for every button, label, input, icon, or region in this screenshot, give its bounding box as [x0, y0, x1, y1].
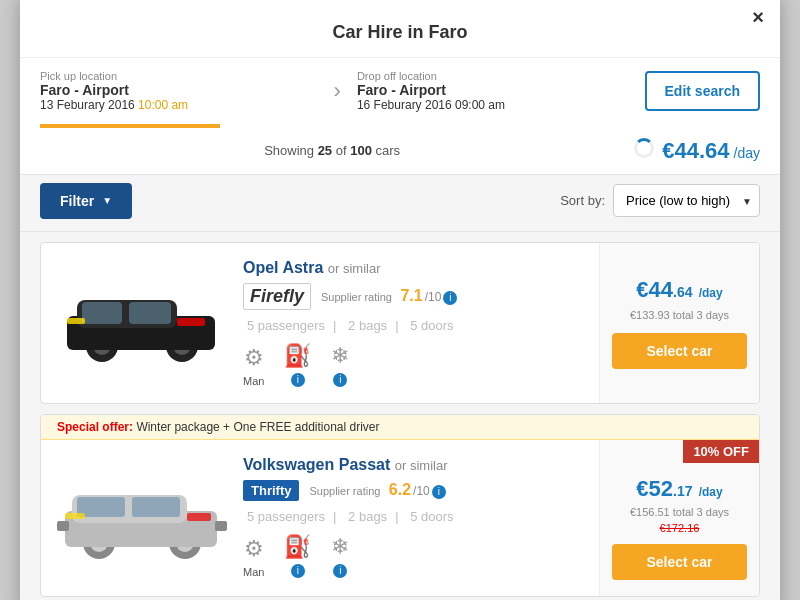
fuel-icon-2: ⛽ i: [284, 534, 311, 578]
ac-icon-1: ❄ i: [331, 343, 349, 387]
price-total-1: €133.93 total 3 days: [630, 309, 729, 321]
svg-rect-6: [82, 302, 122, 324]
pickup-block: Pick up location Faro - Airport 13 Febur…: [40, 70, 318, 112]
svg-rect-20: [57, 521, 69, 531]
car-card-1: Opel Astra or similar Firefly Supplier r…: [40, 242, 760, 404]
ac-info-icon-2[interactable]: i: [333, 564, 347, 578]
dropoff-datetime: 16 Feburary 2016 09:00 am: [357, 98, 635, 112]
rating-2: Supplier rating 6.2 /10 i: [309, 481, 445, 499]
car-content-2: Volkswagen Passat or similar Thrifty Sup…: [41, 440, 759, 596]
pickup-name: Faro - Airport: [40, 82, 318, 98]
sort-section: Sort by: Price (low to high): [560, 184, 760, 217]
price-panel-1: €44.64 /day €133.93 total 3 days Select …: [599, 243, 759, 403]
svg-rect-8: [177, 318, 205, 326]
svg-rect-18: [187, 513, 211, 521]
select-car-button-1[interactable]: Select car: [612, 333, 747, 369]
close-button[interactable]: ×: [752, 6, 764, 29]
controls-bar: Filter ▼ Sort by: Price (low to high): [20, 174, 780, 232]
car-main-1: Opel Astra or similar Firefly Supplier r…: [41, 243, 599, 403]
original-price-2: €172.16: [660, 522, 700, 534]
dropoff-label: Drop off location: [357, 70, 635, 82]
pickup-datetime: 13 Feburary 2016 10:00 am: [40, 98, 318, 112]
svg-rect-17: [132, 497, 180, 517]
fuel-icon-1: ⛽ i: [284, 343, 311, 387]
modal-title: Car Hire in Faro: [40, 10, 760, 57]
filter-arrow-icon: ▼: [102, 195, 112, 206]
car-features-1: 5 passengers| 2 bags| 5 doors: [243, 318, 583, 333]
modal-header: Car Hire in Faro ×: [20, 0, 780, 57]
transmission-icon-1: ⚙ Man: [243, 345, 264, 387]
price-panel-2: 10% OFF €52.17 /day €156.51 total 3 days…: [599, 440, 759, 596]
car-image-1: [57, 259, 227, 369]
min-price: €44.64 /day: [634, 138, 760, 164]
dropoff-name: Faro - Airport: [357, 82, 635, 98]
special-offer-bar: Special offer: Winter package + One FREE…: [41, 415, 759, 440]
arrow-icon: ›: [328, 78, 347, 104]
results-bar: Showing 25 of 100 cars €44.64 /day: [20, 128, 780, 174]
discount-badge: 10% OFF: [683, 440, 759, 463]
car-icons-2: ⚙ Man ⛽ i ❄ i: [243, 534, 583, 578]
car-list: Opel Astra or similar Firefly Supplier r…: [20, 232, 780, 601]
ac-info-icon-1[interactable]: i: [333, 373, 347, 387]
car-main-2: Volkswagen Passat or similar Thrifty Sup…: [41, 440, 599, 596]
select-car-button-2[interactable]: Select car: [612, 544, 747, 580]
pickup-label: Pick up location: [40, 70, 318, 82]
car-img-area-1: Opel Astra or similar Firefly Supplier r…: [57, 259, 583, 387]
car-details-1: Opel Astra or similar Firefly Supplier r…: [243, 259, 583, 387]
car-features-2: 5 passengers| 2 bags| 5 doors: [243, 509, 583, 524]
fuel-info-icon-2[interactable]: i: [291, 564, 305, 578]
rating-info-icon-1[interactable]: i: [443, 291, 457, 305]
dropoff-block: Drop off location Faro - Airport 16 Febu…: [357, 70, 635, 112]
car-details-2: Volkswagen Passat or similar Thrifty Sup…: [243, 456, 583, 578]
rating-1: Supplier rating 7.1 /10 i: [321, 287, 457, 305]
sort-select[interactable]: Price (low to high): [613, 184, 760, 217]
results-text: Showing 25 of 100 cars: [40, 143, 624, 158]
car-img-area-2: Volkswagen Passat or similar Thrifty Sup…: [57, 456, 583, 578]
rating-info-icon-2[interactable]: i: [432, 485, 446, 499]
price-total-2: €156.51 total 3 days: [630, 506, 729, 518]
ac-icon-2: ❄ i: [331, 534, 349, 578]
sort-label: Sort by:: [560, 193, 605, 208]
modal: Car Hire in Faro × Pick up location Faro…: [20, 0, 780, 600]
sort-wrapper: Price (low to high): [613, 184, 760, 217]
car-name-2: Volkswagen Passat or similar: [243, 456, 583, 474]
car-icons-1: ⚙ Man ⛽ i ❄ i: [243, 343, 583, 387]
fuel-info-icon-1[interactable]: i: [291, 373, 305, 387]
supplier-logo-1: Firefly: [243, 283, 311, 310]
svg-rect-9: [67, 318, 85, 324]
car-card-2: Special offer: Winter package + One FREE…: [40, 414, 760, 597]
edit-search-button[interactable]: Edit search: [645, 71, 760, 111]
car-image-2: [57, 456, 227, 566]
price-per-day-1: €44.64 /day: [636, 277, 722, 303]
transmission-icon-2: ⚙ Man: [243, 536, 264, 578]
supplier-logo-2: Thrifty: [243, 480, 299, 501]
supplier-row-1: Firefly Supplier rating 7.1 /10 i: [243, 283, 583, 310]
svg-rect-19: [65, 513, 85, 519]
loading-spinner: [634, 138, 654, 158]
supplier-row-2: Thrifty Supplier rating 6.2 /10 i: [243, 480, 583, 501]
svg-rect-7: [129, 302, 171, 324]
filter-button[interactable]: Filter ▼: [40, 183, 132, 219]
price-per-day-2: €52.17 /day: [636, 476, 722, 502]
search-bar: Pick up location Faro - Airport 13 Febur…: [20, 57, 780, 112]
car-name-1: Opel Astra or similar: [243, 259, 583, 277]
svg-rect-21: [215, 521, 227, 531]
